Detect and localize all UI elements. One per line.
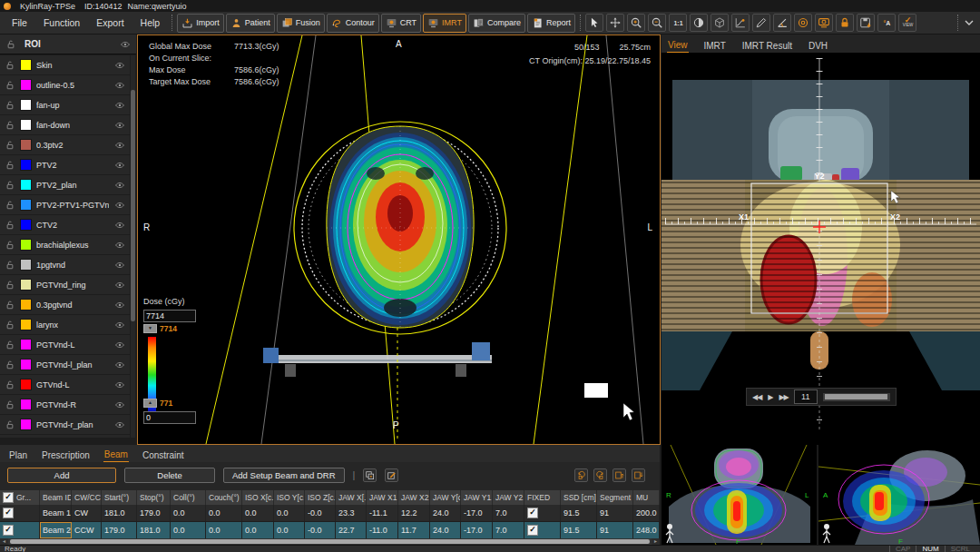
cell-12[interactable]: 12.2 bbox=[398, 505, 430, 521]
column-header-cw-ccw[interactable]: CW/CCW bbox=[72, 490, 102, 505]
profile-tool-button[interactable] bbox=[731, 14, 750, 32]
cell-8[interactable]: 0.0 bbox=[274, 522, 305, 538]
lock-open-icon[interactable] bbox=[5, 200, 15, 211]
colorbar-min-input[interactable] bbox=[143, 411, 196, 424]
toolbar-button-imrt[interactable]: IMRT bbox=[423, 14, 466, 33]
cell-19[interactable]: 248.0 bbox=[633, 522, 660, 538]
beam-table-row[interactable]: ✓Beam 2CCW179.0181.00.00.00.00.0-0.022.7… bbox=[0, 522, 660, 539]
colorbar-max-input[interactable] bbox=[143, 310, 196, 322]
tab-plan[interactable]: Plan bbox=[8, 448, 28, 462]
row-checkbox[interactable]: ✓ bbox=[3, 508, 14, 518]
cell-11[interactable]: -11.1 bbox=[367, 505, 398, 521]
cell-2[interactable]: CCW bbox=[72, 522, 102, 538]
pointer-tool-button[interactable] bbox=[585, 14, 603, 32]
cell-1[interactable]: Beam 1 bbox=[40, 505, 72, 521]
cell-3[interactable]: 181.0 bbox=[102, 505, 137, 521]
cell-13[interactable]: 24.0 bbox=[430, 522, 461, 538]
roi-item-ptv2[interactable]: PTV2 bbox=[0, 155, 130, 174]
cell-15[interactable]: 7.0 bbox=[493, 522, 524, 538]
column-header-fixed[interactable]: FIXED bbox=[524, 490, 561, 505]
column-header-start[interactable]: Start(°) bbox=[102, 490, 137, 505]
column-header-ssd-cm[interactable]: SSD [cm] bbox=[561, 490, 597, 505]
roi-item-0-3ptv2[interactable]: 0.3ptv2 bbox=[0, 135, 130, 154]
view-3d-tool-button[interactable] bbox=[710, 14, 729, 32]
roi-item-0-3pgtvnd[interactable]: 0.3pgtvnd bbox=[0, 295, 130, 314]
roi-item-pgtvnd-r[interactable]: PGTVnd-R bbox=[0, 395, 130, 414]
lock-open-icon[interactable] bbox=[5, 60, 15, 71]
tab-prescription[interactable]: Prescription bbox=[41, 448, 91, 462]
roi-item-fan-up[interactable]: fan-up bbox=[0, 95, 130, 114]
toolbar-button-crt[interactable]: CRT bbox=[381, 14, 421, 33]
frame-number[interactable]: 11 bbox=[794, 389, 818, 404]
cell-14[interactable]: -17.0 bbox=[461, 522, 493, 538]
cell-17[interactable]: 91.5 bbox=[561, 505, 597, 521]
eye-icon[interactable] bbox=[114, 320, 125, 330]
column-header-couch[interactable]: Couch(°) bbox=[206, 490, 242, 505]
lock-open-icon[interactable] bbox=[5, 280, 15, 291]
rotate-right-button[interactable] bbox=[593, 468, 607, 482]
sagittal-dose-view[interactable]: A F bbox=[818, 445, 980, 545]
tab-imrt[interactable]: IMRT bbox=[703, 39, 727, 53]
lock-open-icon[interactable] bbox=[5, 160, 15, 171]
ruler-tool-button[interactable] bbox=[752, 14, 770, 32]
lock-open-icon[interactable] bbox=[5, 100, 15, 111]
toolbar-button-contour[interactable]: Contour bbox=[327, 14, 379, 33]
roi-item-fan-down[interactable]: fan-down bbox=[0, 115, 130, 134]
lock-open-icon[interactable] bbox=[5, 140, 15, 151]
tab-constraint[interactable]: Constraint bbox=[142, 448, 185, 462]
cell-0[interactable]: ✓ bbox=[0, 505, 40, 521]
move-up-button[interactable] bbox=[612, 468, 626, 482]
delete-beam-button[interactable]: Delete bbox=[124, 468, 215, 483]
table-horizontal-scrollbar[interactable]: ◂ ▸ bbox=[0, 538, 660, 545]
roi-item-ptv2-plan[interactable]: PTV2_plan bbox=[0, 175, 130, 194]
lock-open-icon[interactable] bbox=[5, 220, 15, 231]
cell-18[interactable]: 91 bbox=[597, 505, 633, 521]
frame-slider[interactable] bbox=[823, 393, 890, 401]
cell-1[interactable]: Beam 2 bbox=[40, 522, 72, 538]
eye-icon[interactable] bbox=[114, 160, 125, 171]
eye-icon[interactable] bbox=[114, 240, 125, 251]
cell-16[interactable]: ✓ bbox=[524, 505, 561, 521]
lock-open-icon[interactable] bbox=[5, 300, 15, 310]
roi-item-1pgtvnd[interactable]: 1pgtvnd bbox=[0, 255, 130, 274]
toolbar-button-import[interactable]: Import bbox=[177, 14, 224, 33]
copy-beam-button[interactable] bbox=[363, 468, 377, 482]
triangle-down-icon[interactable]: ▼ bbox=[143, 324, 157, 333]
menu-function[interactable]: Function bbox=[35, 17, 88, 28]
eye-icon[interactable] bbox=[114, 220, 125, 231]
menu-export[interactable]: Export bbox=[88, 17, 132, 28]
eye-icon[interactable] bbox=[114, 419, 125, 430]
zoom-in-tool-button[interactable] bbox=[627, 14, 645, 32]
colorbar-lower-marker[interactable]: ▲ 771 bbox=[143, 399, 172, 408]
roi-scrollbar[interactable] bbox=[131, 55, 135, 438]
roi-item-gtvnd-l[interactable]: GTVnd-L bbox=[0, 375, 130, 394]
column-header-beam-id[interactable]: Beam ID bbox=[40, 490, 72, 505]
column-header-stop[interactable]: Stop(°) bbox=[137, 490, 171, 505]
chevron-down-icon[interactable] bbox=[962, 15, 976, 30]
eye-icon[interactable] bbox=[114, 399, 125, 410]
target-tool-button[interactable] bbox=[794, 14, 812, 32]
cell-16[interactable]: ✓ bbox=[524, 522, 561, 538]
scroll-left-icon[interactable]: ◂ bbox=[0, 538, 8, 545]
toolbar-button-report[interactable]: Report bbox=[527, 14, 575, 33]
roi-item-pgtvnd-r-plan[interactable]: PGTVnd-r_plan bbox=[0, 415, 130, 434]
cell-4[interactable]: 181.0 bbox=[137, 522, 171, 538]
font-size-tool-button[interactable]: °A bbox=[877, 14, 896, 32]
roi-item-brachialplexus[interactable]: brachialplexus bbox=[0, 235, 130, 254]
column-header-jaw-y-c[interactable]: JAW Y[c... bbox=[430, 490, 461, 505]
lock-open-icon[interactable] bbox=[5, 260, 15, 271]
menu-file[interactable]: File bbox=[4, 17, 35, 28]
scrollbar-thumb[interactable] bbox=[10, 539, 650, 544]
machine-tool-button[interactable] bbox=[815, 14, 833, 32]
tab-view[interactable]: View bbox=[667, 38, 689, 53]
eye-icon[interactable] bbox=[120, 39, 131, 50]
add-beam-button[interactable]: Add bbox=[7, 468, 116, 483]
cell-3[interactable]: 179.0 bbox=[102, 522, 137, 538]
contrast-tool-button[interactable] bbox=[690, 14, 708, 32]
column-header-jaw-x1[interactable]: JAW X1... bbox=[367, 490, 398, 505]
beam-table-row[interactable]: ✓Beam 1CW181.0179.00.00.00.00.0-0.023.3-… bbox=[0, 505, 660, 522]
rewind-icon[interactable]: ◀◀ bbox=[752, 393, 761, 401]
rotate-left-button[interactable] bbox=[574, 468, 588, 482]
fixed-checkbox[interactable]: ✓ bbox=[527, 525, 538, 536]
lock-open-icon[interactable] bbox=[5, 419, 15, 430]
